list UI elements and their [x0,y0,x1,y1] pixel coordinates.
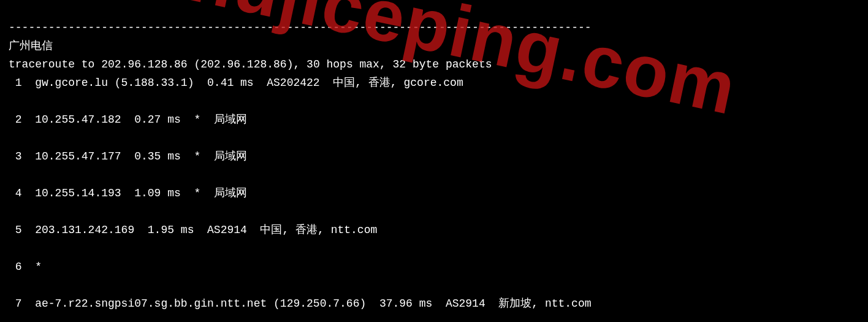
hop-row: 410.255.14.193 1.09 ms * 局域网 [9,184,868,202]
hop-number: 2 [9,110,22,129]
hop-detail: ae-7.r22.sngpsi07.sg.bb.gin.ntt.net (129… [35,297,591,310]
hop-number: 7 [9,294,22,313]
hop-number: 5 [9,221,22,239]
terminal-output: ----------------------------------------… [0,0,868,322]
hop-detail: 203.131.242.169 1.95 ms AS2914 中国, 香港, n… [35,224,377,236]
traceroute-summary: traceroute to 202.96.128.86 (202.96.128.… [9,58,492,71]
hop-row: 310.255.47.177 0.35 ms * 局域网 [9,147,868,166]
hop-row: 7ae-7.r22.sngpsi07.sg.bb.gin.ntt.net (12… [9,294,868,313]
hop-detail: * [35,261,42,273]
hop-row: 1gw.gcore.lu (5.188.33.1) 0.41 ms AS2024… [9,74,868,92]
separator-line: ----------------------------------------… [9,21,592,34]
hop-number: 6 [9,258,22,276]
traceroute-title: 广州电信 [9,40,53,52]
hop-row: 6* [9,258,868,276]
hop-row: 5203.131.242.169 1.95 ms AS2914 中国, 香港, … [9,221,868,239]
hop-number: 1 [9,74,22,92]
hop-number: 4 [9,184,22,202]
hop-detail: gw.gcore.lu (5.188.33.1) 0.41 ms AS20242… [35,77,463,89]
hop-row: 210.255.47.182 0.27 ms * 局域网 [9,110,868,129]
hop-detail: 10.255.14.193 1.09 ms * 局域网 [35,187,247,199]
hop-number: 3 [9,147,22,166]
hop-detail: 10.255.47.177 0.35 ms * 局域网 [35,150,247,163]
hop-detail: 10.255.47.182 0.27 ms * 局域网 [35,113,247,126]
